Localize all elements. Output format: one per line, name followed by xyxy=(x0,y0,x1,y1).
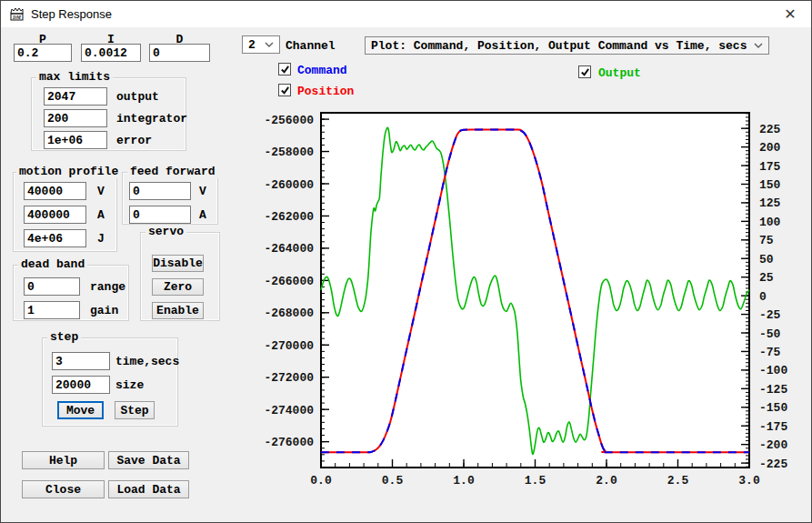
d-field[interactable] xyxy=(149,44,210,62)
channel-label: Channel xyxy=(286,39,336,53)
group-title: dead band xyxy=(18,258,87,271)
field-label: range xyxy=(90,280,125,294)
close-button[interactable]: Close xyxy=(22,480,105,498)
group-title: step xyxy=(47,331,81,344)
svg-text:-25: -25 xyxy=(759,308,781,322)
svg-text:-100: -100 xyxy=(759,364,787,377)
field-label: J xyxy=(97,232,105,246)
save-data-button[interactable]: Save Data xyxy=(108,451,189,469)
svg-text:-225: -225 xyxy=(759,458,787,471)
svg-text:3.0: 3.0 xyxy=(738,474,760,488)
svg-text:1.0: 1.0 xyxy=(453,474,475,488)
dead-band-group: dead band range gain xyxy=(13,265,129,321)
svg-text:-150: -150 xyxy=(759,401,787,415)
field-label: integrator xyxy=(116,112,187,126)
svg-text:0: 0 xyxy=(759,290,767,304)
svg-text:75: 75 xyxy=(759,234,774,247)
group-title: servo xyxy=(145,226,186,238)
field-label: error xyxy=(116,134,152,147)
max-output-field[interactable] xyxy=(44,87,107,106)
command-checkbox[interactable] xyxy=(278,63,291,75)
plot-type-select[interactable]: Plot: Command, Position, Output Command … xyxy=(365,36,769,55)
range-field[interactable] xyxy=(24,277,80,296)
step-group: step time,secs size Move Step xyxy=(42,337,178,427)
svg-text:150: 150 xyxy=(759,178,781,192)
step-size-field[interactable] xyxy=(52,376,110,394)
svg-text:-125: -125 xyxy=(759,383,787,397)
acceleration-field[interactable] xyxy=(24,206,86,224)
title-bar: DM Step Response ✕ xyxy=(1,1,811,27)
svg-text:50: 50 xyxy=(759,253,774,267)
svg-text:-274000: -274000 xyxy=(264,404,314,417)
svg-text:225: 225 xyxy=(759,123,781,136)
group-title: max limits xyxy=(36,71,113,84)
load-data-button[interactable]: Load Data xyxy=(108,480,189,498)
zero-button[interactable]: Zero xyxy=(152,278,204,296)
output-checkbox-label: Output xyxy=(598,66,641,80)
svg-text:125: 125 xyxy=(759,196,781,210)
move-button[interactable]: Move xyxy=(57,401,104,419)
help-button[interactable]: Help xyxy=(22,451,105,469)
field-label: A xyxy=(97,208,105,222)
check-icon xyxy=(280,85,290,96)
jerk-field[interactable] xyxy=(24,229,86,247)
field-label: V xyxy=(199,185,206,198)
step-button[interactable]: Step xyxy=(115,401,155,419)
window-title: Step Response xyxy=(31,7,112,21)
command-checkbox-label: Command xyxy=(297,64,347,77)
svg-text:-200: -200 xyxy=(759,438,787,452)
enable-button[interactable]: Enable xyxy=(152,302,204,319)
svg-text:-262000: -262000 xyxy=(264,210,314,224)
position-checkbox-label: Position xyxy=(297,85,354,98)
svg-text:-50: -50 xyxy=(759,327,781,341)
position-checkbox[interactable] xyxy=(278,84,291,96)
svg-text:2.5: 2.5 xyxy=(667,474,689,488)
p-field[interactable] xyxy=(14,44,72,62)
field-label: time,secs xyxy=(115,355,179,368)
svg-text:25: 25 xyxy=(759,271,774,285)
i-field[interactable] xyxy=(81,44,141,62)
max-integrator-field[interactable] xyxy=(44,109,107,127)
svg-text:1.5: 1.5 xyxy=(525,474,546,488)
svg-text:-276000: -276000 xyxy=(264,436,314,449)
app-icon: DM xyxy=(9,6,25,22)
svg-text:-270000: -270000 xyxy=(264,339,314,353)
max-limits-group: max limits output integrator error xyxy=(31,77,186,151)
svg-text:200: 200 xyxy=(759,141,781,155)
svg-text:-266000: -266000 xyxy=(264,275,314,288)
svg-text:-264000: -264000 xyxy=(264,242,314,256)
chevron-down-icon xyxy=(754,43,763,48)
velocity-field[interactable] xyxy=(24,182,86,200)
field-label: gain xyxy=(90,304,118,317)
svg-text:100: 100 xyxy=(759,216,781,229)
field-label: output xyxy=(116,90,159,104)
field-label: A xyxy=(199,208,206,222)
disable-button[interactable]: Disable xyxy=(152,255,204,272)
servo-group: servo Disable Zero Enable xyxy=(140,232,220,321)
svg-text:0.5: 0.5 xyxy=(382,474,404,488)
svg-text:-258000: -258000 xyxy=(264,146,314,159)
svg-text:-272000: -272000 xyxy=(264,371,314,385)
svg-text:-260000: -260000 xyxy=(264,178,314,192)
feed-forward-group: feed forward V A xyxy=(122,172,218,225)
gain-field[interactable] xyxy=(24,301,80,319)
ff-acceleration-field[interactable] xyxy=(129,206,191,224)
max-error-field[interactable] xyxy=(44,131,107,149)
close-icon[interactable]: ✕ xyxy=(769,1,811,27)
group-title: motion profile xyxy=(16,166,121,178)
step-time-field[interactable] xyxy=(52,352,110,370)
check-icon xyxy=(280,65,290,75)
svg-text:DM: DM xyxy=(12,15,22,20)
ff-velocity-field[interactable] xyxy=(129,182,191,200)
svg-text:-175: -175 xyxy=(759,420,787,434)
motion-profile-group: motion profile V A J xyxy=(13,172,117,252)
field-label: V xyxy=(97,185,105,198)
svg-text:0.0: 0.0 xyxy=(310,474,332,488)
plot-svg: -256000-258000-260000-262000-264000-2660… xyxy=(260,99,811,518)
output-checkbox[interactable] xyxy=(578,65,591,78)
channel-select[interactable]: 2 xyxy=(242,35,280,54)
check-icon xyxy=(580,67,590,77)
group-title: feed forward xyxy=(127,166,218,178)
svg-text:-256000: -256000 xyxy=(264,114,314,127)
svg-text:2.0: 2.0 xyxy=(596,474,617,488)
